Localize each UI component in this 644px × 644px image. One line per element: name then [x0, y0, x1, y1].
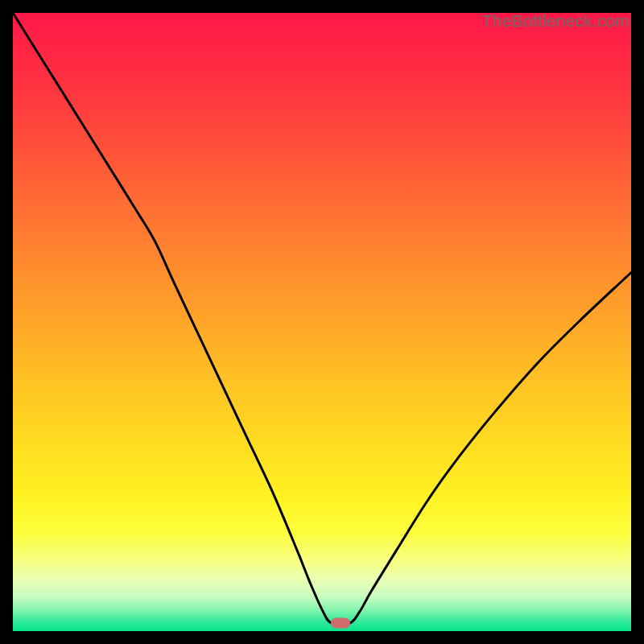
bottleneck-marker: [331, 618, 350, 629]
plot-area: [13, 13, 631, 631]
chart-container: TheBottleneck.com: [13, 13, 631, 631]
watermark-text: TheBottleneck.com: [482, 11, 630, 31]
chart-line-layer: [13, 13, 631, 631]
bottleneck-curve: [13, 13, 631, 625]
